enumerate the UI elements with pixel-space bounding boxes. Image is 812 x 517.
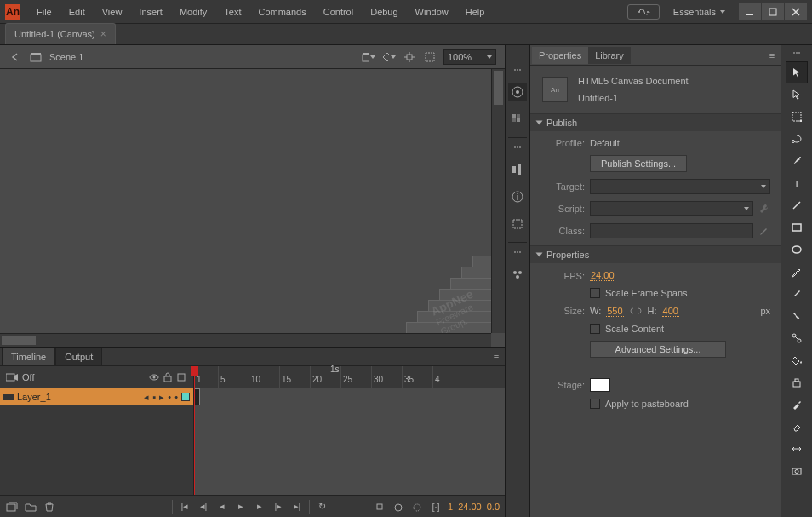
- layer-name[interactable]: Layer_1: [17, 392, 140, 402]
- layer-row[interactable]: Layer_1 ◂ ▪ ▸ • •: [0, 388, 193, 405]
- step-fwd-button[interactable]: ▸: [253, 500, 266, 514]
- center-frame-button[interactable]: [373, 500, 386, 514]
- timeline-ruler[interactable]: 1s 1 5 10 15 20 25 30 35 4: [194, 366, 505, 388]
- visibility-icon[interactable]: [147, 371, 161, 384]
- menu-file[interactable]: File: [29, 3, 60, 20]
- last-frame-button[interactable]: ▸|: [290, 500, 304, 514]
- vertical-scrollbar[interactable]: [491, 69, 505, 333]
- horizontal-scrollbar[interactable]: [0, 333, 491, 347]
- panel-menu-icon[interactable]: ≡: [765, 49, 779, 62]
- camera-icon[interactable]: [5, 371, 19, 384]
- center-stage-button[interactable]: [403, 50, 416, 64]
- tab-output[interactable]: Output: [55, 348, 102, 366]
- camera-tool[interactable]: [786, 461, 807, 481]
- workspace-dropdown[interactable]: Essentials: [668, 4, 730, 20]
- loop-button[interactable]: ↻: [315, 500, 329, 514]
- oval-tool[interactable]: [786, 239, 807, 260]
- minimize-button[interactable]: [739, 3, 761, 20]
- rectangle-tool[interactable]: [786, 217, 807, 238]
- pencil-tool[interactable]: [786, 261, 807, 282]
- panel-menu-icon[interactable]: ≡: [489, 350, 503, 364]
- menu-insert[interactable]: Insert: [131, 3, 170, 20]
- play-button[interactable]: ▸: [234, 500, 248, 514]
- fps-display[interactable]: 24.00: [458, 502, 482, 512]
- menu-view[interactable]: View: [94, 3, 130, 20]
- layer-visible-dot[interactable]: •: [168, 392, 171, 402]
- stage-color-swatch[interactable]: [590, 378, 610, 392]
- paint-brush-tool[interactable]: [786, 306, 807, 326]
- step-back-button[interactable]: ◂: [215, 500, 229, 514]
- close-tab-icon[interactable]: ×: [100, 28, 106, 40]
- properties-section-header[interactable]: Properties: [530, 246, 781, 263]
- paint-bucket-tool[interactable]: [786, 350, 807, 371]
- first-frame-button[interactable]: |◂: [178, 500, 192, 514]
- eraser-tool[interactable]: [786, 416, 807, 437]
- align-panel-icon[interactable]: [508, 160, 527, 179]
- onion-outline-button[interactable]: [410, 500, 424, 514]
- clip-stage-button[interactable]: [423, 50, 437, 64]
- panel-grip[interactable]: [508, 146, 527, 152]
- tab-properties[interactable]: Properties: [532, 47, 588, 64]
- menu-edit[interactable]: Edit: [61, 3, 93, 20]
- width-value[interactable]: 550: [606, 306, 623, 317]
- menu-control[interactable]: Control: [316, 3, 361, 20]
- text-tool[interactable]: T: [786, 173, 807, 193]
- layer-prev-icon[interactable]: ◂: [144, 392, 149, 403]
- scene-icon[interactable]: [29, 50, 43, 64]
- menu-commands[interactable]: Commands: [250, 3, 313, 20]
- outline-icon[interactable]: [174, 371, 188, 384]
- tab-timeline[interactable]: Timeline: [2, 348, 55, 366]
- pen-tool[interactable]: [786, 151, 807, 171]
- scale-content-checkbox[interactable]: [590, 324, 600, 334]
- fps-value[interactable]: 24.00: [590, 270, 615, 281]
- brush-tool[interactable]: [786, 284, 807, 304]
- back-button[interactable]: [9, 50, 22, 64]
- close-button[interactable]: [785, 3, 807, 20]
- current-frame[interactable]: 1: [448, 502, 453, 512]
- publish-section-header[interactable]: Publish: [530, 114, 781, 131]
- playhead[interactable]: [194, 366, 195, 388]
- panel-grip[interactable]: [508, 251, 527, 256]
- link-wh-icon[interactable]: [629, 305, 643, 317]
- width-tool[interactable]: [786, 439, 807, 459]
- tab-library[interactable]: Library: [588, 47, 631, 64]
- menu-help[interactable]: Help: [458, 3, 493, 20]
- scale-spans-checkbox[interactable]: [590, 288, 600, 298]
- menu-debug[interactable]: Debug: [363, 3, 405, 20]
- components-panel-icon[interactable]: [508, 265, 527, 284]
- free-transform-tool[interactable]: [786, 106, 807, 127]
- bone-tool[interactable]: [786, 328, 807, 348]
- zoom-dropdown[interactable]: 100%: [443, 49, 496, 65]
- pasteboard-checkbox[interactable]: [590, 399, 600, 409]
- eyedropper-tool[interactable]: [786, 394, 807, 415]
- ink-bottle-tool[interactable]: [786, 372, 807, 393]
- layer-outline-swatch[interactable]: [181, 393, 190, 401]
- next-frame-button[interactable]: |▸: [272, 500, 285, 514]
- info-panel-icon[interactable]: i: [508, 187, 527, 206]
- delete-layer-button[interactable]: [43, 500, 56, 514]
- menu-text[interactable]: Text: [216, 3, 249, 20]
- track-playhead[interactable]: [194, 388, 195, 495]
- layer-square-icon[interactable]: ▪: [152, 392, 156, 402]
- color-panel-icon[interactable]: [508, 110, 527, 129]
- layer-lock-dot[interactable]: •: [174, 392, 178, 402]
- subselection-tool[interactable]: [786, 84, 807, 105]
- height-value[interactable]: 400: [662, 306, 679, 317]
- line-tool[interactable]: [786, 195, 807, 215]
- new-layer-button[interactable]: [5, 500, 19, 514]
- edit-scene-button[interactable]: [362, 50, 375, 64]
- stage-canvas[interactable]: AppNee Freeware Group.: [0, 69, 505, 347]
- new-folder-button[interactable]: [24, 500, 37, 514]
- swatches-panel-icon[interactable]: [508, 83, 527, 101]
- timeline-track[interactable]: [194, 388, 505, 495]
- edit-frames-button[interactable]: [·]: [429, 500, 443, 514]
- panel-grip[interactable]: [787, 52, 806, 57]
- maximize-button[interactable]: [762, 3, 784, 20]
- keyframe[interactable]: [194, 388, 200, 405]
- layer-next-icon[interactable]: ▸: [159, 392, 164, 403]
- edit-symbol-button[interactable]: [382, 50, 396, 64]
- lock-icon[interactable]: [161, 371, 174, 384]
- onion-skin-button[interactable]: [392, 500, 405, 514]
- menu-window[interactable]: Window: [408, 3, 456, 20]
- menu-modify[interactable]: Modify: [172, 3, 214, 20]
